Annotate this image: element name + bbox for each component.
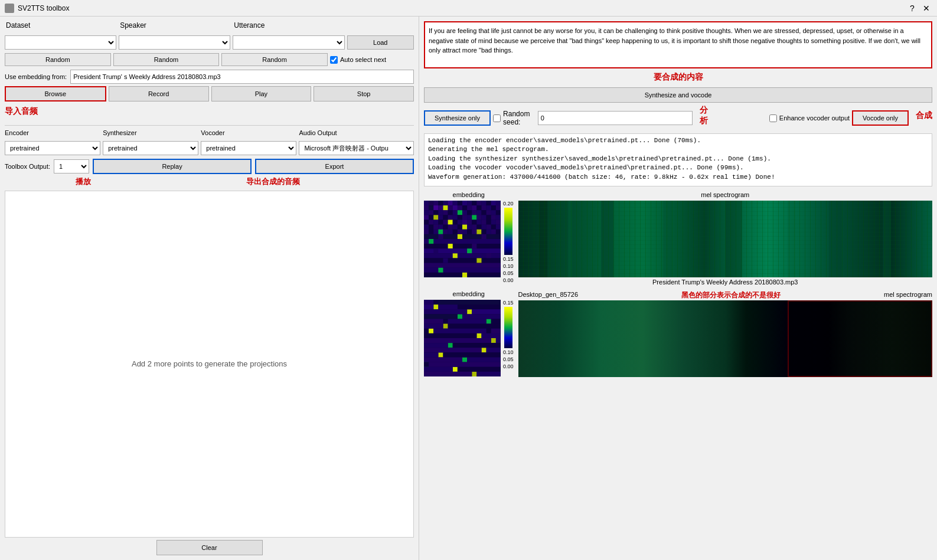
dataset-col: Dataset xyxy=(5,21,116,32)
stop-button[interactable]: Stop xyxy=(314,86,414,101)
titlebar-left: SV2TTS toolbox xyxy=(5,4,69,13)
enhance-checkbox[interactable] xyxy=(769,114,777,122)
svg-rect-17 xyxy=(424,205,429,210)
synthesizer-select-col: pretrained xyxy=(103,141,198,155)
synthesize-only-button[interactable]: Synthesize only xyxy=(424,110,491,126)
svg-rect-110 xyxy=(487,230,491,234)
play-button[interactable]: Play xyxy=(211,86,312,101)
svg-rect-120 xyxy=(424,244,501,248)
utterance-select[interactable] xyxy=(233,35,344,50)
speaker-dropdown-col xyxy=(119,35,230,50)
dataset-select[interactable] xyxy=(5,35,116,50)
vocode-only-button[interactable]: Vocode only xyxy=(852,110,909,126)
svg-rect-104 xyxy=(458,230,462,234)
toolbox-row: Toolbox Output: 1 Replay Export xyxy=(5,159,414,174)
svg-rect-171 xyxy=(424,319,443,324)
synthesize-vocode-button[interactable]: Synthesize and vocode xyxy=(424,87,932,103)
colorbar-min-1: 0.00 xyxy=(503,277,514,283)
svg-rect-98 xyxy=(429,230,433,234)
synthesizer-header: Synthesizer xyxy=(103,129,198,136)
svg-rect-144 xyxy=(829,201,841,277)
viz-row-1: embedding xyxy=(424,191,932,286)
svg-rect-2 xyxy=(429,201,433,205)
svg-rect-102 xyxy=(448,230,453,234)
svg-rect-140 xyxy=(601,201,613,277)
record-button[interactable]: Record xyxy=(109,86,209,101)
embedding-grid-1 xyxy=(424,201,501,277)
embedding-grid-2 xyxy=(424,300,501,376)
svg-rect-196 xyxy=(518,300,932,377)
colorbar-1: 0.20 0.15 0.10 0.05 0.00 xyxy=(503,201,514,283)
svg-rect-118 xyxy=(429,239,433,244)
svg-rect-108 xyxy=(476,230,481,234)
svg-rect-45 xyxy=(482,210,487,215)
svg-rect-183 xyxy=(453,343,501,348)
svg-rect-53 xyxy=(443,215,448,220)
text-input-area[interactable]: If you are feeling that life just cannot… xyxy=(424,21,932,68)
export-annotation-wrapper: 导出合成的音频 xyxy=(246,176,414,187)
svg-rect-181 xyxy=(496,338,501,343)
svg-rect-65 xyxy=(424,220,429,225)
svg-rect-34 xyxy=(429,210,433,215)
mel-svg-2 xyxy=(518,300,932,377)
seed-input[interactable] xyxy=(538,111,693,125)
svg-rect-172 xyxy=(448,319,487,324)
svg-rect-94 xyxy=(487,225,491,230)
auto-select-container: Auto select next xyxy=(330,53,414,66)
colorbar-2: 0.15 0.10 0.05 0.00 xyxy=(503,300,514,369)
svg-rect-30 xyxy=(487,205,491,210)
random-utterance-button[interactable]: Random xyxy=(221,53,328,66)
colorbar-mid2-1: 0.10 xyxy=(503,263,514,269)
clear-button[interactable]: Clear xyxy=(156,540,263,555)
export-annotation: 导出合成的音频 xyxy=(246,177,300,186)
export-button[interactable]: Export xyxy=(255,159,414,174)
svg-rect-88 xyxy=(458,225,462,230)
enhance-label: Enhance vocoder output xyxy=(779,114,850,122)
audio-output-select[interactable]: Microsoft 声音映射器 - Outpu xyxy=(299,141,414,155)
load-button[interactable]: Load xyxy=(347,35,414,50)
help-button[interactable]: ? xyxy=(906,2,918,14)
svg-rect-58 xyxy=(467,215,472,220)
toolbox-output-select[interactable]: 1 xyxy=(54,159,89,173)
svg-rect-112 xyxy=(496,230,501,234)
import-annotation: 导入音频 xyxy=(5,106,414,117)
colorbar-max-2: 0.15 xyxy=(503,300,514,306)
auto-select-checkbox[interactable] xyxy=(330,56,338,64)
browse-record-row: Browse Record Play Stop xyxy=(5,86,414,101)
encoder-select[interactable]: pretrained xyxy=(5,141,100,155)
svg-rect-163 xyxy=(438,300,501,304)
svg-rect-132 xyxy=(424,263,501,268)
svg-rect-21 xyxy=(443,205,448,210)
svg-rect-69 xyxy=(443,220,448,225)
load-col xyxy=(347,21,414,32)
encoder-selects-row: pretrained pretrained pretrained Microso… xyxy=(5,141,414,155)
svg-rect-57 xyxy=(462,215,467,220)
speaker-select[interactable] xyxy=(119,35,230,50)
svg-rect-51 xyxy=(433,215,438,220)
random-speaker-button[interactable]: Random xyxy=(113,53,220,66)
svg-rect-27 xyxy=(472,205,476,210)
synthesizer-select[interactable]: pretrained xyxy=(103,141,198,155)
browse-button[interactable]: Browse xyxy=(5,86,106,101)
svg-rect-137 xyxy=(518,201,932,277)
svg-rect-150 xyxy=(467,309,472,314)
right-panel: If you are feeling that life just cannot… xyxy=(419,17,937,560)
svg-rect-127 xyxy=(453,253,458,258)
close-button[interactable]: ✕ xyxy=(920,2,932,14)
embedding-input[interactable] xyxy=(70,70,414,84)
svg-rect-35 xyxy=(433,210,438,215)
replay-button[interactable]: Replay xyxy=(93,159,252,174)
random-seed-checkbox[interactable] xyxy=(493,114,501,122)
synth-content-annotation: 要合成的内容 xyxy=(424,72,932,83)
log-line-1: Loading the encoder encoder\saved_models… xyxy=(428,136,928,145)
analysis-annotation: 分析 xyxy=(700,105,711,126)
svg-rect-3 xyxy=(433,201,438,205)
colorbar-mid1-2: 0.10 xyxy=(503,349,514,355)
vocoder-select[interactable]: pretrained xyxy=(201,141,296,155)
svg-rect-63 xyxy=(491,215,496,220)
mel-svg-1 xyxy=(518,201,932,277)
svg-rect-178 xyxy=(424,333,476,338)
svg-rect-82 xyxy=(429,225,433,230)
svg-rect-101 xyxy=(443,230,448,234)
random-dataset-button[interactable]: Random xyxy=(5,53,111,66)
